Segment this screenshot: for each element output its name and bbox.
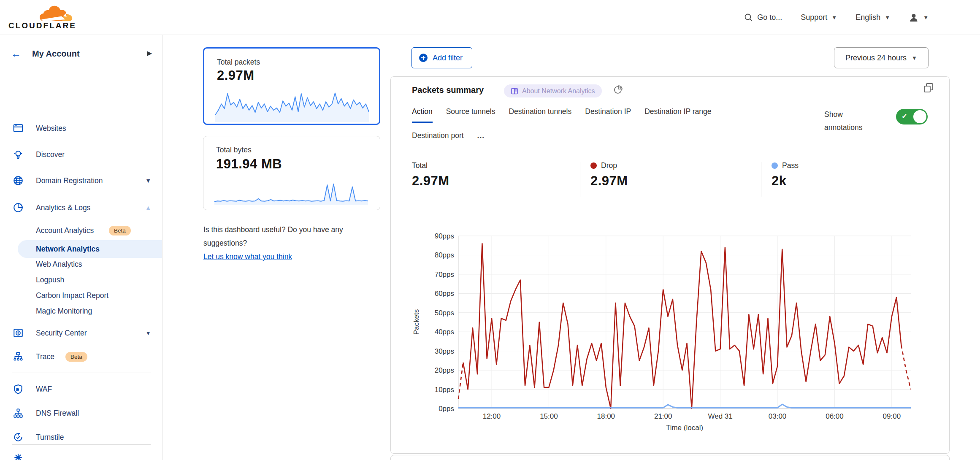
stat-drop: Drop 2.97M: [590, 161, 628, 189]
goto-label: Go to...: [757, 13, 782, 22]
stat-label: Drop: [601, 161, 617, 170]
svg-text:10pps: 10pps: [435, 386, 454, 394]
svg-text:15:00: 15:00: [540, 412, 558, 420]
total-bytes-card[interactable]: Total bytes 191.94 MB: [203, 136, 380, 210]
sidebar-item-label: Account Analytics: [36, 226, 94, 235]
svg-text:03:00: 03:00: [769, 412, 787, 420]
svg-text:12:00: 12:00: [483, 412, 501, 420]
sidebar-item-label: Logpush: [36, 276, 64, 284]
sidebar-item-security-center[interactable]: Security Center ▼: [0, 322, 162, 344]
next-panel-edge: [390, 455, 950, 460]
pie-chart-mini-icon[interactable]: [613, 84, 623, 95]
top-nav: CLOUDFLARE Go to... Support ▼ English ▼ …: [0, 0, 980, 35]
card-label: Total bytes: [216, 146, 252, 154]
tab-source-tunnels[interactable]: Source tunnels: [446, 107, 495, 123]
sidebar-item-logpush[interactable]: Logpush: [0, 272, 162, 288]
drop-dot: [590, 162, 597, 169]
sidebar-item-label: Security Center: [36, 329, 87, 338]
tab-action[interactable]: Action: [412, 107, 433, 123]
back-arrow-icon[interactable]: ←: [11, 48, 21, 60]
sidebar-item-web-analytics[interactable]: Web Analytics: [0, 256, 162, 272]
turnstile-check-icon: [13, 432, 24, 443]
shield-gear-icon: [13, 384, 24, 395]
sidebar-item-network-analytics[interactable]: Network Analytics: [18, 240, 162, 258]
time-range-dropdown[interactable]: Previous 24 hours ▼: [834, 47, 929, 68]
tab-destination-ip[interactable]: Destination IP: [585, 107, 631, 123]
sidebar-item-discover[interactable]: Discover: [0, 144, 162, 165]
sidebar-item-label: Discover: [36, 150, 65, 159]
svg-text:50pps: 50pps: [435, 309, 454, 317]
chevron-right-icon[interactable]: ▶: [147, 49, 152, 57]
support-menu[interactable]: Support ▼: [801, 13, 837, 22]
svg-text:21:00: 21:00: [654, 412, 672, 420]
sidebar-item-analytics-logs[interactable]: Analytics & Logs ▲: [0, 197, 162, 218]
packets-time-series-chart[interactable]: 0pps10pps20pps30pps40pps50pps60pps70pps8…: [403, 228, 935, 441]
zero-trust-icon[interactable]: [13, 452, 24, 460]
feedback-link[interactable]: Let us know what you think: [203, 252, 292, 261]
stat-divider: [761, 162, 761, 197]
stat-label: Total: [412, 161, 449, 170]
svg-text:0pps: 0pps: [439, 405, 454, 413]
sidebar-item-trace[interactable]: Trace Beta: [0, 346, 162, 367]
tab-destination-port[interactable]: Destination port: [412, 131, 464, 146]
add-filter-button[interactable]: Add filter: [411, 47, 472, 68]
sidebar-item-dns-firewall[interactable]: DNS Firewall: [0, 403, 162, 424]
chevron-down-icon: ▼: [145, 177, 151, 184]
sidebar-item-account-analytics[interactable]: Account Analytics Beta: [0, 222, 162, 238]
chevron-down-icon: ▼: [885, 14, 890, 21]
x-axis-title: Time (local): [666, 424, 703, 432]
tab-destination-ip-range[interactable]: Destination IP range: [644, 107, 711, 123]
feedback-line1: Is this dashboard useful? Do you have an…: [203, 223, 385, 236]
svg-text:Wed 31: Wed 31: [708, 412, 732, 420]
goto-search[interactable]: Go to...: [744, 13, 782, 22]
sidebar-item-label: Network Analytics: [36, 245, 100, 254]
show-annotations-toggle[interactable]: ✓: [896, 109, 928, 124]
browser-icon: [13, 123, 24, 134]
check-icon: ✓: [901, 112, 907, 121]
sidebar-item-domain-registration[interactable]: Domain Registration ▼: [0, 170, 162, 191]
support-label: Support: [801, 13, 827, 22]
lightbulb-icon: [13, 149, 24, 160]
about-pill-label: About Network Analytics: [522, 87, 595, 95]
stat-total: Total 2.97M: [412, 161, 449, 189]
sidebar-item-label: WAF: [36, 385, 52, 394]
svg-text:90pps: 90pps: [435, 232, 454, 240]
language-label: English: [855, 13, 880, 22]
expand-icon[interactable]: [922, 82, 935, 95]
packets-summary-panel: Packets summary About Network Analytics …: [390, 76, 950, 454]
sidebar: ← My Account ▶ Websites Discover Domain …: [0, 35, 162, 460]
svg-text:09:00: 09:00: [883, 412, 901, 420]
sidebar-item-label: Carbon Impact Report: [36, 291, 108, 300]
total-packets-card[interactable]: Total packets 2.97M: [203, 47, 380, 125]
total-bytes-sparkline: [214, 179, 368, 205]
sidebar-item-websites[interactable]: Websites: [0, 118, 162, 139]
sidebar-item-carbon-impact-report[interactable]: Carbon Impact Report: [0, 287, 162, 303]
svg-text:18:00: 18:00: [597, 412, 615, 420]
sidebar-divider: [12, 444, 151, 445]
trace-icon: [13, 351, 24, 362]
chevron-down-icon: ▼: [145, 330, 151, 336]
sidebar-item-label: DNS Firewall: [36, 409, 79, 418]
search-icon: [744, 13, 753, 22]
top-nav-right: Go to... Support ▼ English ▼ ▼: [744, 0, 929, 35]
account-menu[interactable]: ▼: [909, 13, 929, 23]
pie-chart-icon: [13, 202, 24, 213]
sidebar-item-label: Analytics & Logs: [36, 203, 90, 212]
cloudflare-cloud-icon: [36, 4, 77, 23]
about-network-analytics-pill[interactable]: About Network Analytics: [504, 84, 602, 97]
tabs-overflow-button[interactable]: ...: [477, 131, 485, 146]
stat-pass: Pass 2k: [772, 161, 799, 189]
card-value: 2.97M: [217, 68, 254, 83]
language-menu[interactable]: English ▼: [855, 13, 890, 22]
beta-badge: Beta: [65, 352, 87, 362]
svg-text:30pps: 30pps: [435, 347, 454, 355]
cloudflare-logo[interactable]: CLOUDFLARE: [8, 3, 80, 32]
svg-text:70pps: 70pps: [435, 271, 454, 279]
sidebar-item-waf[interactable]: WAF: [0, 379, 162, 400]
chevron-down-icon: ▼: [923, 14, 929, 21]
sidebar-account-header[interactable]: ← My Account ▶: [0, 35, 162, 74]
sidebar-item-magic-monitoring[interactable]: Magic Monitoring: [0, 303, 162, 319]
tab-destination-tunnels[interactable]: Destination tunnels: [509, 107, 571, 123]
time-range-label: Previous 24 hours: [845, 54, 907, 62]
sidebar-divider: [12, 373, 151, 373]
